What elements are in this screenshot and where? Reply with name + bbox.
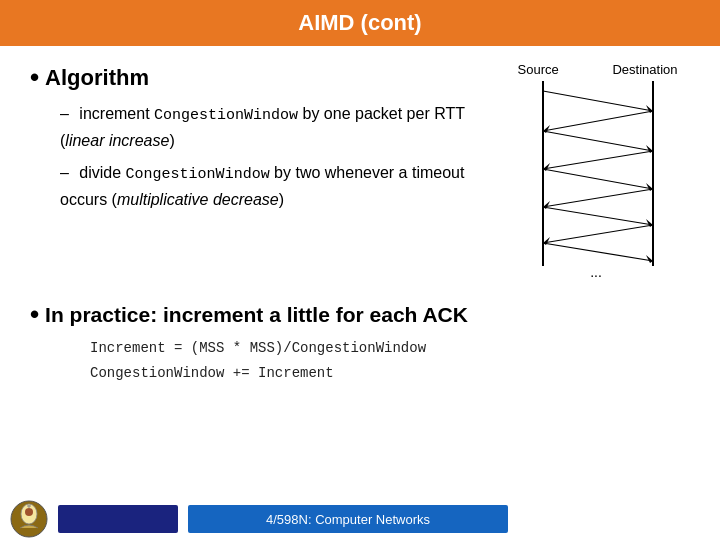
- svg-line-2: [543, 91, 653, 111]
- algorithm-heading: Algorithm: [30, 62, 495, 93]
- diagram-area: Source Destination: [505, 62, 690, 281]
- main-content: Algorithm increment CongestionWindow by …: [0, 46, 720, 498]
- svg-line-16: [543, 225, 653, 243]
- italic-2: multiplicative decrease: [117, 191, 279, 208]
- list-item-1: increment CongestionWindow by one packet…: [50, 101, 495, 154]
- diagram-labels: Source Destination: [518, 62, 678, 77]
- algorithm-text: Algorithm increment CongestionWindow by …: [30, 62, 495, 218]
- mono-1: CongestionWindow: [154, 107, 298, 124]
- source-label: Source: [518, 62, 559, 77]
- practice-section: In practice: increment a little for each…: [30, 299, 690, 386]
- footer-label: 4/598N: Computer Networks: [188, 505, 508, 533]
- code-line-2: CongestionWindow += Increment: [90, 361, 690, 386]
- svg-line-10: [543, 169, 653, 189]
- svg-point-23: [25, 508, 33, 516]
- list-item-2: divide CongestionWindow by two whenever …: [50, 160, 495, 213]
- code-line-1: Increment = (MSS * MSS)/CongestionWindow: [90, 336, 690, 361]
- footer-logo-icon: [10, 500, 48, 538]
- italic-1: linear increase: [65, 132, 169, 149]
- slide: AIMD (cont) Algorithm increment Congesti…: [0, 0, 720, 540]
- svg-line-6: [543, 131, 653, 151]
- destination-label: Destination: [612, 62, 677, 77]
- footer-left-bar: [58, 505, 178, 533]
- svg-line-4: [543, 111, 653, 131]
- svg-line-12: [543, 189, 653, 207]
- slide-title: AIMD (cont): [0, 0, 720, 46]
- svg-line-14: [543, 207, 653, 225]
- svg-line-18: [543, 243, 653, 261]
- svg-text:...: ...: [590, 264, 602, 280]
- mono-2: CongestionWindow: [126, 166, 270, 183]
- practice-heading: In practice: increment a little for each…: [30, 299, 690, 330]
- svg-line-8: [543, 151, 653, 169]
- algorithm-section: Algorithm increment CongestionWindow by …: [30, 62, 690, 281]
- code-block: Increment = (MSS * MSS)/CongestionWindow…: [30, 336, 690, 386]
- diagram-svg: ...: [518, 81, 678, 281]
- algorithm-list: increment CongestionWindow by one packet…: [30, 101, 495, 212]
- svg-marker-19: [646, 255, 653, 263]
- footer: 4/598N: Computer Networks: [0, 498, 720, 540]
